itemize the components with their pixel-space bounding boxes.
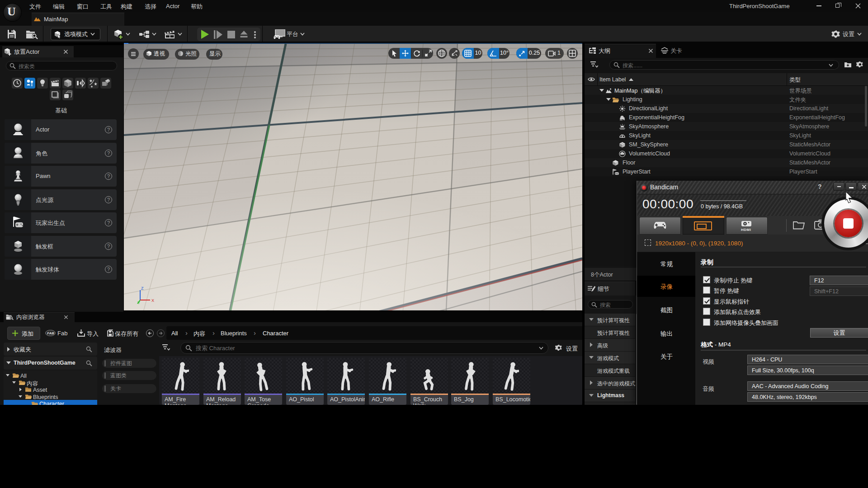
svg-text:HDMI: HDMI <box>741 228 751 232</box>
svg-text:Y: Y <box>137 300 140 305</box>
svg-text:FAB: FAB <box>47 331 54 335</box>
svg-text:X: X <box>151 298 154 303</box>
svg-text:Z: Z <box>141 286 144 291</box>
